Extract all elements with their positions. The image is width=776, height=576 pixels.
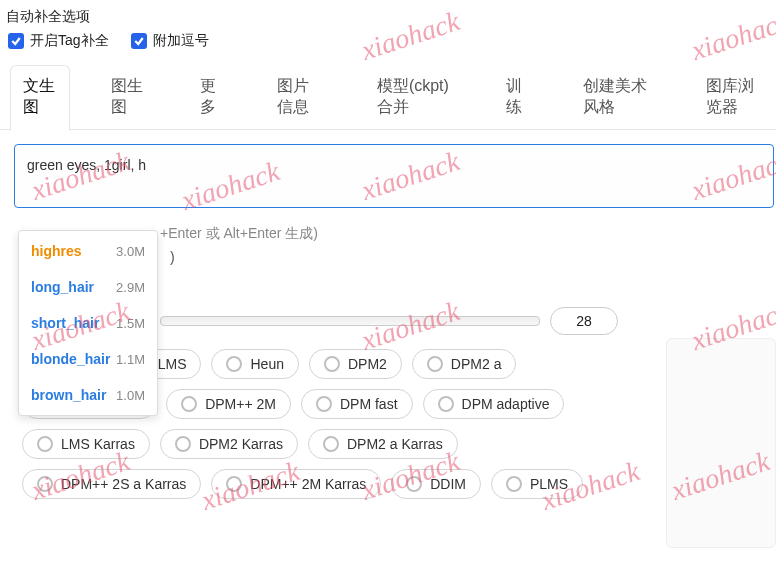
radio-icon [226, 476, 242, 492]
tab-create-style[interactable]: 创建美术风格 [570, 65, 665, 130]
steps-row: 28 [160, 307, 776, 335]
sampler-label: DPM2 Karras [199, 436, 283, 452]
generate-hint: +Enter 或 Alt+Enter 生成) [160, 225, 776, 243]
autocomplete-options-row: 开启Tag补全 附加逗号 [8, 32, 776, 50]
sampler-option[interactable]: PLMS [491, 469, 583, 499]
sampler-label: DPM++ 2M [205, 396, 276, 412]
autocomplete-item[interactable]: long_hair2.9M [19, 269, 157, 305]
autocomplete-tag: brown_hair [31, 387, 106, 403]
cropped-paren: ) [170, 249, 776, 265]
checkbox-label: 附加逗号 [153, 32, 209, 50]
check-icon [10, 35, 22, 47]
radio-icon [323, 436, 339, 452]
sampler-option[interactable]: DDIM [391, 469, 481, 499]
autocomplete-count: 1.0M [116, 388, 145, 403]
sampler-label: DPM2 a Karras [347, 436, 443, 452]
radio-icon [406, 476, 422, 492]
radio-icon [226, 356, 242, 372]
radio-icon [324, 356, 340, 372]
sampler-option[interactable]: DPM2 [309, 349, 402, 379]
autocomplete-count: 3.0M [116, 244, 145, 259]
sampler-option[interactable]: DPM2 a Karras [308, 429, 458, 459]
autocomplete-tag: highres [31, 243, 82, 259]
sampler-label: DPM adaptive [462, 396, 550, 412]
autocomplete-item[interactable]: blonde_hair1.1M [19, 341, 157, 377]
autocomplete-count: 1.1M [116, 352, 145, 367]
checkbox-box [131, 33, 147, 49]
checkbox-append-comma[interactable]: 附加逗号 [131, 32, 209, 50]
steps-value[interactable]: 28 [550, 307, 618, 335]
tab-img2img[interactable]: 图生图 [98, 65, 158, 130]
checkbox-enable-tag-complete[interactable]: 开启Tag补全 [8, 32, 109, 50]
sampler-option[interactable]: DPM++ 2M Karras [211, 469, 381, 499]
sampler-label: DPM++ 2M Karras [250, 476, 366, 492]
autocomplete-tag: short_hair [31, 315, 99, 331]
check-icon [133, 35, 145, 47]
autocomplete-item[interactable]: highres3.0M [19, 233, 157, 269]
sampler-option[interactable]: Heun [211, 349, 298, 379]
radio-icon [175, 436, 191, 452]
checkbox-label: 开启Tag补全 [30, 32, 109, 50]
radio-icon [37, 476, 53, 492]
autocomplete-item[interactable]: brown_hair1.0M [19, 377, 157, 413]
tab-more[interactable]: 更多 [187, 65, 236, 130]
radio-icon [438, 396, 454, 412]
tab-gallery[interactable]: 图库浏览器 [693, 65, 776, 130]
autocomplete-tag: blonde_hair [31, 351, 110, 367]
sampler-label: DPM2 [348, 356, 387, 372]
sampler-label: DPM++ 2S a Karras [61, 476, 186, 492]
sampler-label: DPM2 a [451, 356, 502, 372]
radio-icon [427, 356, 443, 372]
sampler-option[interactable]: DPM++ 2M [166, 389, 291, 419]
sampler-label: PLMS [530, 476, 568, 492]
autocomplete-section-title: 自动补全选项 [6, 8, 776, 26]
sampler-label: DPM fast [340, 396, 398, 412]
autocomplete-count: 2.9M [116, 280, 145, 295]
checkbox-box [8, 33, 24, 49]
sampler-option[interactable]: DPM++ 2S a Karras [22, 469, 201, 499]
prompt-area [0, 130, 776, 211]
radio-icon [37, 436, 53, 452]
sampler-option[interactable]: DPM2 a [412, 349, 517, 379]
tab-image-info[interactable]: 图片信息 [264, 65, 336, 130]
autocomplete-dropdown: highres3.0Mlong_hair2.9Mshort_hair1.5Mbl… [18, 230, 158, 416]
sampler-label: LMS [158, 356, 187, 372]
prompt-input[interactable] [14, 144, 774, 208]
radio-icon [506, 476, 522, 492]
sampler-label: LMS Karras [61, 436, 135, 452]
sampler-option[interactable]: DPM adaptive [423, 389, 565, 419]
steps-slider-track[interactable] [160, 316, 540, 326]
tab-train[interactable]: 训练 [493, 65, 542, 130]
sampler-label: Heun [250, 356, 283, 372]
autocomplete-item[interactable]: short_hair1.5M [19, 305, 157, 341]
tab-bar: 文生图 图生图 更多 图片信息 模型(ckpt)合并 训练 创建美术风格 图库浏… [0, 64, 776, 130]
radio-icon [181, 396, 197, 412]
preview-panel [666, 338, 776, 548]
sampler-label: DDIM [430, 476, 466, 492]
radio-icon [316, 396, 332, 412]
autocomplete-tag: long_hair [31, 279, 94, 295]
autocomplete-count: 1.5M [116, 316, 145, 331]
sampler-option[interactable]: LMS Karras [22, 429, 150, 459]
sampler-option[interactable]: DPM fast [301, 389, 413, 419]
tab-txt2img[interactable]: 文生图 [10, 65, 70, 130]
sampler-option[interactable]: DPM2 Karras [160, 429, 298, 459]
tab-ckpt-merge[interactable]: 模型(ckpt)合并 [364, 65, 465, 130]
